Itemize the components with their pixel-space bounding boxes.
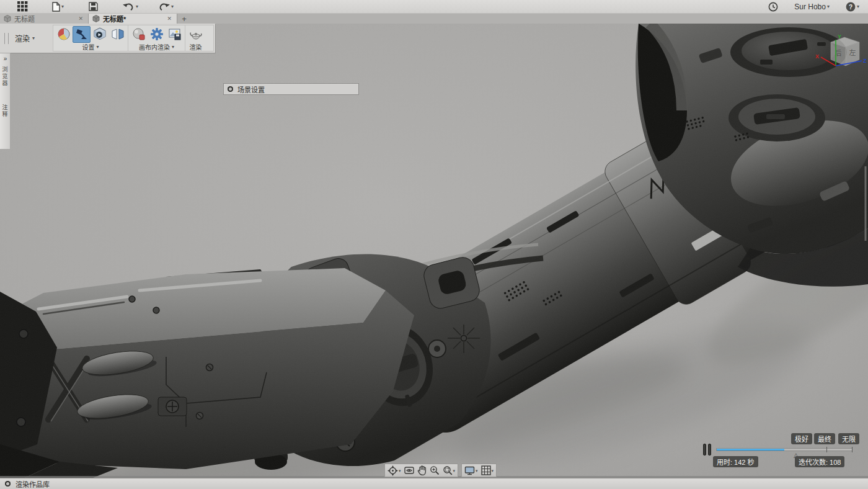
- final-quality-tick: [826, 447, 827, 452]
- scene-settings-dialog-header[interactable]: 场景设置: [223, 83, 359, 95]
- zoom-icon: [430, 465, 440, 475]
- pan-button[interactable]: [416, 465, 428, 476]
- ribbon-panel: 设置 ▾: [53, 25, 214, 52]
- redo-button[interactable]: ▾: [156, 1, 176, 13]
- toolbar-grip[interactable]: [4, 33, 9, 44]
- incanvas-group-caret: ▾: [172, 45, 174, 50]
- ribbon-group-incanvas-render: 画布内渲染 ▾: [128, 25, 185, 51]
- svg-text:?: ?: [849, 3, 852, 10]
- document-tabbar: 无标题 ✕ 无标题* ✕ +: [0, 14, 868, 24]
- render-viewport[interactable]: 后 左 Y X Z: [0, 24, 868, 478]
- z-axis-label: Z: [863, 58, 867, 64]
- dialog-collapse-icon[interactable]: [228, 86, 233, 92]
- ribbon-group-settings: 设置 ▾: [53, 25, 128, 51]
- render-sphere-icon: [132, 27, 146, 41]
- texture-map-controls-button[interactable]: [108, 26, 126, 43]
- quality-badge-final[interactable]: 最终: [814, 433, 835, 444]
- render-button[interactable]: [187, 26, 205, 43]
- user-menu-caret: ▾: [827, 4, 830, 9]
- pause-render-button[interactable]: [703, 444, 712, 455]
- in-canvas-render-settings-button[interactable]: [148, 26, 166, 43]
- quality-badge-infinite[interactable]: 无限: [838, 433, 859, 444]
- display-settings-panel: ▾ ▾: [461, 464, 497, 477]
- clock-icon: [768, 2, 778, 12]
- help-menu-caret: ▾: [857, 4, 859, 9]
- job-status-button[interactable]: [766, 1, 781, 13]
- file-menu-button[interactable]: ▾: [49, 1, 66, 13]
- ribbon-group-render: 渲染: [185, 25, 206, 51]
- titlebar: ▾ ▾: [0, 0, 868, 14]
- render-gallery-bar[interactable]: 渲染作品库: [0, 478, 868, 489]
- undo-button[interactable]: ▾: [120, 1, 141, 13]
- workspace-selector[interactable]: 渲染 ▾: [15, 33, 35, 43]
- pan-hand-icon: [417, 465, 427, 475]
- display-menu-caret: ▾: [476, 469, 478, 473]
- fusion-render-workspace: ▾ ▾: [0, 0, 868, 489]
- tab-label: 无标题: [14, 14, 74, 24]
- infinite-quality-tick: [852, 447, 852, 452]
- undo-menu-caret: ▾: [136, 4, 138, 9]
- navigation-toolbar: ▾: [384, 464, 497, 477]
- grid-snap-button[interactable]: ▾: [480, 465, 495, 476]
- new-document-tab-button[interactable]: +: [177, 14, 191, 24]
- scene-settings-button[interactable]: [73, 26, 91, 43]
- scene-settings-lamp-icon: [75, 27, 89, 41]
- render-progress-bar[interactable]: [716, 448, 852, 451]
- workspace-label: 渲染: [15, 33, 30, 43]
- x-axis-label: X: [815, 53, 819, 60]
- app-launcher-button[interactable]: [15, 1, 30, 13]
- fit-button[interactable]: ▾: [441, 465, 457, 476]
- settings-group-label: 设置: [82, 42, 94, 52]
- document-tab-2-active[interactable]: 无标题* ✕: [89, 14, 177, 24]
- quality-badge-excellent[interactable]: 极好: [791, 433, 812, 444]
- capture-image-icon: [168, 27, 182, 41]
- iterations-badge: 迭代次数: 108: [795, 456, 844, 467]
- help-button[interactable]: ? ▾: [843, 1, 862, 13]
- undo-icon: [123, 2, 135, 11]
- gallery-collapse-icon[interactable]: [5, 481, 11, 487]
- tab-label: 无标题*: [103, 14, 162, 24]
- capture-image-button[interactable]: [166, 26, 184, 43]
- zoom-button[interactable]: [428, 465, 441, 476]
- appearance-icon: [57, 27, 71, 41]
- document-tab-1[interactable]: 无标题 ✕: [0, 14, 89, 24]
- in-canvas-render-button[interactable]: [130, 26, 148, 43]
- render-canvas[interactable]: 后 左 Y X Z 渲染 ▾: [0, 24, 868, 478]
- display-settings-button[interactable]: ▾: [463, 465, 479, 476]
- browser-panel-tab[interactable]: 浏览器: [1, 66, 9, 87]
- look-at-icon: [404, 466, 414, 475]
- orbit-button[interactable]: ▾: [386, 465, 402, 477]
- orbit-icon: [388, 465, 398, 476]
- ribbon-toolbar: 渲染 ▾: [0, 24, 215, 53]
- incanvas-group-dropdown[interactable]: 画布内渲染 ▾: [139, 43, 174, 51]
- user-account-button[interactable]: Sur Hobo ▾: [792, 1, 832, 13]
- view-cube-left-label: 左: [849, 49, 856, 56]
- settings-group-dropdown[interactable]: 设置 ▾: [82, 43, 99, 51]
- comments-panel-tab[interactable]: 注释: [1, 104, 9, 118]
- render-gallery-label: 渲染作品库: [16, 479, 50, 489]
- orbit-menu-caret: ▾: [399, 469, 401, 473]
- app-grid-icon: [17, 1, 28, 12]
- film-grain-overlay: [0, 24, 868, 478]
- decal-cube-icon: [93, 27, 107, 41]
- redo-icon: [158, 2, 170, 11]
- teapot-icon: [188, 27, 203, 41]
- nav-tools-panel: ▾: [384, 464, 458, 477]
- save-button[interactable]: [86, 1, 100, 13]
- incanvas-group-label: 画布内渲染: [139, 42, 170, 52]
- user-name: Sur Hobo: [794, 2, 826, 11]
- display-monitor-icon: [464, 466, 475, 475]
- settings-group-caret: ▾: [96, 45, 99, 50]
- grid-icon: [481, 465, 491, 475]
- decal-button[interactable]: [91, 26, 108, 43]
- appearance-button[interactable]: [55, 26, 73, 43]
- file-icon: [51, 2, 60, 12]
- look-at-button[interactable]: [403, 465, 415, 475]
- document-cube-icon: [4, 15, 11, 22]
- save-icon: [89, 2, 98, 11]
- render-progress-cluster: 极好 最终 无限 △ 用时: 142 秒 迭代次数: 108: [701, 433, 863, 469]
- tab-close-button[interactable]: ✕: [166, 16, 173, 22]
- expand-panels-button[interactable]: »: [4, 55, 7, 62]
- tab-close-button[interactable]: ✕: [77, 16, 84, 22]
- left-panel-strip: » 浏览器 注释: [0, 53, 11, 150]
